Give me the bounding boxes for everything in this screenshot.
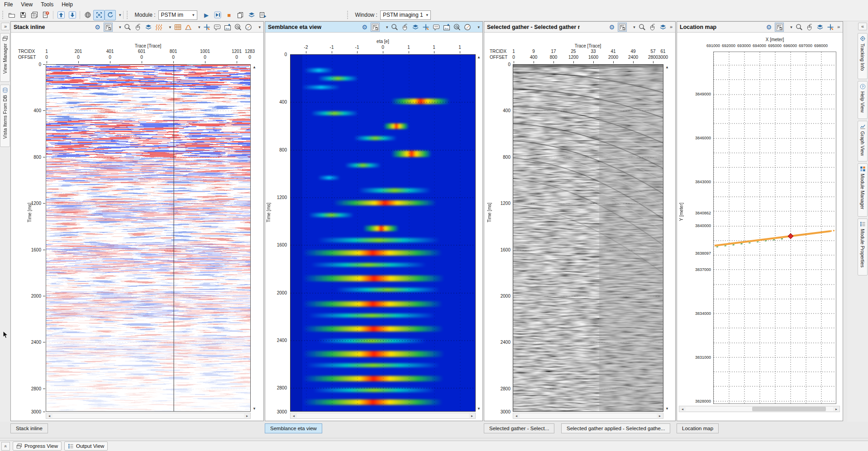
layers-icon[interactable] (412, 24, 419, 31)
upload-button[interactable] (55, 10, 67, 20)
settings-gear-icon[interactable]: ⚙ (766, 24, 772, 30)
dock-tab-vista-items-from-db[interactable]: Vista Items From DB (0, 85, 10, 147)
chevron-down-icon[interactable]: ▾ (477, 25, 480, 29)
scroll-thumb[interactable] (752, 407, 826, 411)
toolbar-grip[interactable] (2, 11, 5, 19)
pan-down-arrow[interactable]: ▼ (665, 407, 669, 411)
download-button[interactable] (67, 10, 78, 20)
pan-up-arrow[interactable]: ▲ (665, 66, 669, 69)
select-mode-button[interactable] (618, 23, 627, 32)
chevron-down-icon[interactable]: ▾ (198, 25, 200, 29)
mouse-icon[interactable] (401, 24, 409, 31)
pan-up-arrow[interactable]: ▲ (477, 56, 481, 59)
compass-icon[interactable] (245, 24, 252, 31)
zoom-icon[interactable] (796, 24, 803, 31)
semblance-plot[interactable] (290, 54, 476, 412)
layers-icon[interactable] (816, 24, 824, 31)
semblance-h-scrollbar[interactable]: ◂ ▸ (290, 413, 476, 419)
save-button[interactable] (17, 10, 29, 20)
open-button[interactable] (6, 10, 17, 20)
image-export-icon[interactable] (224, 24, 231, 31)
dock-tab-tracking-info[interactable]: Tracking Info (858, 33, 868, 79)
tab-selected-gather-applied[interactable]: Selected gather applied - Selected gathe… (561, 423, 670, 433)
comment-icon[interactable] (433, 24, 440, 31)
tab-stack-inline[interactable]: Stack inline (10, 423, 48, 433)
dock-tab-module-properties[interactable]: Module Properties (858, 218, 868, 275)
run-button[interactable]: ▶ (201, 10, 212, 20)
menu-help[interactable]: Help (57, 0, 77, 9)
dock-tab-graph-view[interactable]: Graph View (858, 121, 868, 161)
toolbar-grip[interactable] (127, 11, 129, 19)
stack-seismic-plot[interactable] (46, 64, 251, 412)
compass-icon[interactable] (464, 24, 471, 31)
crosshair-icon[interactable] (827, 24, 834, 31)
map-plot[interactable] (713, 52, 836, 404)
zoom-by-value-icon[interactable] (453, 24, 461, 31)
job-queue-button[interactable] (258, 10, 269, 20)
save-all-button[interactable] (29, 10, 40, 20)
select-mode-button[interactable] (775, 23, 784, 32)
crosshair-icon[interactable] (203, 24, 210, 31)
settings-gear-icon[interactable]: ⚙ (362, 24, 367, 30)
comment-icon[interactable] (214, 24, 221, 31)
collapse-dock-button[interactable]: « (858, 23, 867, 30)
dock-tab-module-manager[interactable]: Module Manager (858, 163, 868, 217)
semblance-panel-header[interactable]: Semblance eta view ⚙ ▾ ▾ (265, 22, 482, 33)
menu-view[interactable]: View (17, 0, 37, 9)
mouse-icon[interactable] (134, 24, 142, 31)
tab-selected-gather[interactable]: Selected gather - Select... (484, 423, 554, 433)
select-mode-button[interactable] (104, 23, 113, 32)
expand-panel-button[interactable]: « (1, 442, 10, 451)
settings-gear-icon[interactable]: ⚙ (609, 24, 615, 30)
menu-tools[interactable]: Tools (37, 0, 57, 9)
pan-up-arrow[interactable]: ▲ (253, 66, 256, 69)
chevron-down-icon[interactable]: ▾ (790, 25, 792, 29)
module-combobox[interactable]: PSTM im ▾ (158, 10, 197, 20)
window-combobox[interactable]: PSTM imaging 1 ▾ (380, 10, 431, 20)
pan-down-arrow[interactable]: ▼ (477, 407, 481, 411)
zoom-by-value-icon[interactable] (234, 24, 242, 31)
run-to-end-button[interactable] (212, 10, 224, 20)
stack-panel-header[interactable]: Stack inline ⚙ ▾ ▾ ▾ ▾ (11, 22, 263, 33)
zoom-icon[interactable] (639, 24, 646, 31)
dock-tab-help-view[interactable]: Help View (858, 81, 868, 119)
scroll-track[interactable] (520, 413, 657, 418)
scroll-track[interactable] (686, 407, 833, 411)
overflow-chevron-icon[interactable]: » (670, 24, 672, 29)
tab-semblance-eta-view[interactable]: Semblance eta view (265, 423, 322, 433)
chevron-down-icon[interactable]: ▾ (386, 25, 388, 29)
refresh-dropdown-icon[interactable]: ▾ (119, 13, 121, 17)
scroll-left-icon[interactable]: ◂ (513, 413, 520, 418)
globe-button[interactable] (82, 10, 93, 20)
scroll-left-icon[interactable]: ◂ (679, 406, 686, 412)
scroll-right-icon[interactable]: ▸ (833, 406, 839, 412)
select-mode-button[interactable] (371, 23, 380, 32)
overflow-chevron-icon[interactable]: » (837, 24, 840, 29)
gather-seismic-plot[interactable] (513, 64, 663, 412)
dock-tab-view-manager[interactable]: View Manager (0, 33, 10, 82)
mouse-icon[interactable] (649, 24, 656, 31)
map-h-scrollbar[interactable]: ◂ ▸ (679, 406, 840, 412)
pan-down-arrow[interactable]: ▼ (253, 407, 256, 411)
expand-dock-button[interactable]: » (1, 23, 10, 30)
chevron-down-icon[interactable]: ▾ (119, 25, 121, 29)
refresh-button[interactable] (105, 10, 116, 20)
scroll-right-icon[interactable]: ▸ (657, 413, 663, 418)
chevron-down-icon[interactable]: ▾ (169, 25, 171, 29)
settings-gear-icon[interactable]: ⚙ (95, 24, 100, 30)
zoom-icon[interactable] (391, 24, 398, 31)
progress-view-button[interactable]: Progress View (13, 442, 62, 451)
scroll-track[interactable] (297, 413, 469, 418)
layers-icon[interactable] (659, 24, 667, 31)
map-panel-header[interactable]: Location map ⚙ ▾ » (677, 22, 843, 33)
scroll-left-icon[interactable]: ◂ (46, 413, 52, 418)
scroll-left-icon[interactable]: ◂ (291, 413, 297, 418)
close-document-button[interactable] (40, 10, 51, 20)
output-view-button[interactable]: Output View (64, 442, 108, 451)
gather-h-scrollbar[interactable]: ◂ ▸ (513, 413, 663, 419)
gather-panel-header[interactable]: Selected gather - Selected gather m... ⚙… (484, 22, 675, 33)
histogram-icon[interactable] (185, 24, 192, 31)
tab-location-map[interactable]: Location map (677, 423, 719, 433)
zoom-icon[interactable] (124, 24, 131, 31)
wiggle-display-icon[interactable] (155, 24, 162, 31)
